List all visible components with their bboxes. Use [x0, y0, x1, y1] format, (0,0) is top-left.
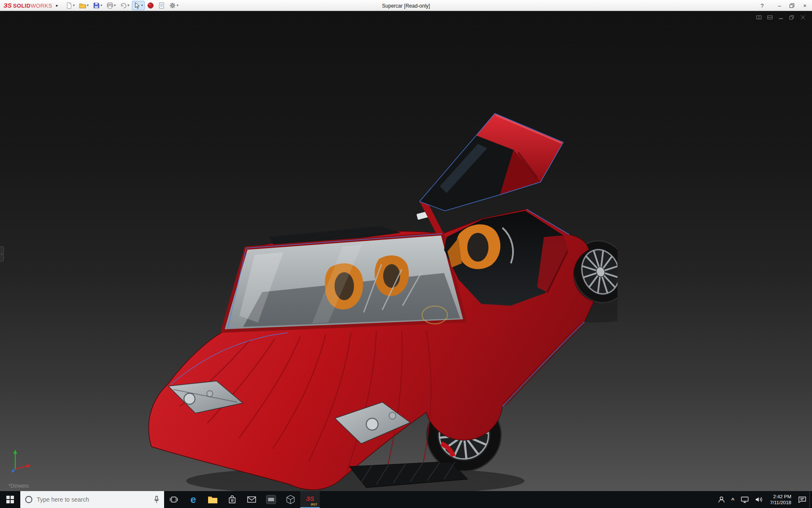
show-desktop-button[interactable] — [809, 491, 812, 508]
solidworks-app-button[interactable]: ЗS 2017 — [300, 491, 320, 508]
dropdown-caret: ▾ — [128, 3, 129, 7]
open-button[interactable]: ▾ — [77, 1, 91, 10]
print-icon — [107, 2, 113, 9]
gear-icon — [169, 2, 176, 9]
close-button[interactable]: × — [798, 0, 811, 11]
cortana-icon — [25, 495, 33, 504]
file-properties-button[interactable] — [156, 1, 167, 10]
car-model[interactable] — [144, 110, 617, 491]
windows-logo-icon — [6, 496, 14, 503]
select-cursor-icon — [134, 2, 140, 9]
brand-text-works: WORKS — [30, 3, 52, 9]
clock-date: 7/11/2018 — [770, 500, 791, 505]
dropdown-caret: ▾ — [141, 3, 143, 7]
person-icon — [718, 496, 725, 503]
cube-icon — [286, 494, 295, 505]
network-icon — [741, 496, 749, 503]
volume-button[interactable] — [752, 491, 766, 508]
tile-vertical-button[interactable] — [756, 15, 762, 20]
model-restore-button[interactable] — [789, 15, 795, 20]
taskbar-clock[interactable]: 2:42 PM 7/11/2018 — [766, 494, 795, 505]
help-button[interactable]: ? — [757, 0, 767, 11]
solidworks-app-icon: ЗS 2017 — [304, 494, 316, 505]
hidden-icons-button[interactable]: ^ — [728, 491, 738, 508]
options-button[interactable]: ▾ — [167, 1, 180, 10]
print-button[interactable]: ▾ — [105, 1, 118, 10]
model-close-button[interactable] — [800, 15, 806, 20]
solidworks-mark-icon: ЗS — [3, 2, 12, 9]
new-document-icon — [66, 2, 72, 9]
window-controls: ? – × — [757, 0, 811, 11]
restore-icon — [790, 3, 795, 8]
undo-button[interactable]: ▾ — [118, 1, 131, 10]
model-minimize-button[interactable] — [778, 15, 784, 20]
orientation-triad — [9, 448, 32, 473]
taskbar: e ЗS 2017 — [0, 491, 812, 508]
rebuild-button[interactable] — [145, 1, 156, 10]
tile-horizontal-button[interactable] — [767, 15, 773, 20]
new-document-button[interactable]: ▾ — [64, 1, 77, 10]
task-view-button[interactable] — [164, 491, 184, 508]
edge-button[interactable]: e — [184, 491, 203, 508]
network-button[interactable] — [738, 491, 752, 508]
dropdown-caret: ▾ — [177, 3, 178, 7]
people-button[interactable] — [715, 491, 728, 508]
panel-collapse-tab[interactable]: ‹ — [0, 246, 4, 262]
media-app-button[interactable] — [261, 491, 281, 508]
dropdown-caret: ▾ — [101, 3, 102, 7]
save-icon — [93, 2, 100, 9]
store-button[interactable] — [222, 491, 242, 508]
orientation-label: *Dimetric — [8, 483, 29, 489]
dropdown-caret: ▾ — [73, 3, 75, 7]
folder-icon — [208, 495, 218, 504]
dropdown-caret: ▾ — [87, 3, 89, 7]
mail-button[interactable] — [242, 491, 261, 508]
task-view-icon — [169, 495, 178, 504]
dropdown-caret: ▾ — [114, 3, 116, 7]
file-explorer-button[interactable] — [203, 491, 222, 508]
undo-icon — [120, 2, 127, 9]
select-tool-button[interactable]: ▾ — [132, 1, 145, 10]
model-window-controls — [756, 15, 806, 20]
menu-expand-arrow[interactable]: ▸ — [56, 3, 58, 8]
titlebar: ЗS SOLID WORKS ▸ ▾ ▾ ▾ ▾ ▾ ▾ — [0, 0, 812, 11]
brand-text-solid: SOLID — [13, 3, 31, 9]
chevron-up-icon: ^ — [731, 497, 735, 503]
3d-viewer-button[interactable] — [281, 491, 300, 508]
microphone-icon[interactable] — [153, 495, 160, 504]
save-button[interactable]: ▾ — [91, 1, 104, 10]
rebuild-icon — [147, 2, 154, 9]
shopping-bag-icon — [228, 495, 236, 504]
media-app-icon — [266, 494, 276, 505]
solidworks-year-badge: 2017 — [310, 503, 317, 506]
speaker-icon — [755, 496, 763, 503]
clock-time: 2:42 PM — [770, 494, 791, 500]
restore-button[interactable] — [786, 0, 798, 11]
file-properties-icon — [158, 2, 165, 9]
edge-icon: e — [190, 494, 196, 505]
document-title: Supercar [Read-only] — [382, 3, 430, 9]
viewport-3d[interactable]: *Dimetric ‹ — [0, 11, 812, 491]
solidworks-logo: ЗS SOLID WORKS — [3, 2, 52, 9]
search-input[interactable] — [37, 496, 149, 503]
taskbar-search[interactable] — [20, 491, 164, 508]
notification-icon — [798, 496, 807, 503]
windshield[interactable] — [222, 234, 465, 331]
action-center-button[interactable] — [795, 491, 809, 508]
system-tray: ^ 2:42 PM 7/11/2018 — [715, 491, 812, 508]
start-button[interactable] — [0, 491, 20, 508]
open-folder-icon — [79, 2, 86, 9]
minimize-button[interactable]: – — [773, 0, 786, 11]
solidworks-mark-icon: ЗS — [304, 494, 316, 503]
envelope-icon — [247, 496, 256, 503]
